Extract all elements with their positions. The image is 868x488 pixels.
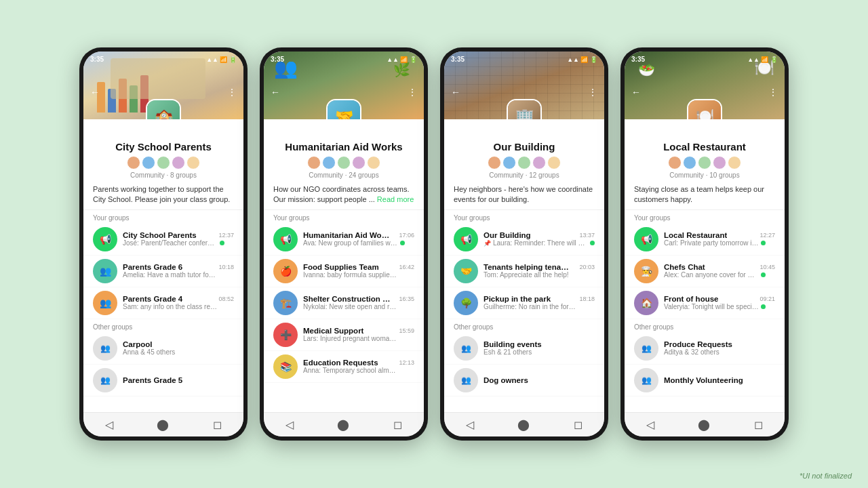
more-button[interactable]: ⋮ bbox=[408, 87, 417, 98]
chat-preview-text: Nykolai: New site open and ready for ... bbox=[303, 303, 398, 310]
chat-time: 12:37 bbox=[218, 232, 234, 239]
chat-preview-text: Sam: any info on the class recital? bbox=[123, 303, 218, 310]
status-icons: ▲▲ 📶 🔋 bbox=[387, 56, 417, 63]
member-avatars bbox=[444, 156, 604, 169]
chat-time: 09:21 bbox=[760, 296, 775, 302]
chat-info: Food Supplies Team 16:42 Ivanna: baby fo… bbox=[303, 263, 414, 279]
chat-item[interactable]: 👥 Dog owners bbox=[444, 365, 604, 396]
chat-avatar: 🏠 bbox=[634, 291, 658, 315]
chat-item[interactable]: 🍎 Food Supplies Team 16:42 Ivanna: baby … bbox=[264, 256, 424, 287]
chat-info: Education Requests 12:13 Anna: Temporary… bbox=[303, 359, 414, 374]
chat-item[interactable]: 👥 Carpool Anna & 45 others bbox=[83, 333, 243, 365]
home-nav-button[interactable]: ⬤ bbox=[337, 418, 349, 431]
back-nav-button[interactable]: ◁ bbox=[646, 418, 654, 431]
read-more-link[interactable]: Read more bbox=[377, 195, 414, 203]
community-meta: Community · 8 groups bbox=[83, 171, 243, 179]
status-bar: 3:35 ▲▲ 📶 🔋 bbox=[271, 56, 417, 63]
community-meta: Community · 24 groups bbox=[264, 171, 424, 179]
more-button[interactable]: ⋮ bbox=[768, 87, 778, 98]
chat-item[interactable]: 📢 Our Building 13:37 📌 Laura: Reminder: … bbox=[444, 224, 604, 256]
chat-name: Parents Grade 6 bbox=[123, 263, 182, 271]
chat-time: 15:59 bbox=[399, 327, 414, 334]
chat-info: Parents Grade 4 08:52 Sam: any info on t… bbox=[123, 295, 234, 310]
chat-item[interactable]: 👥 Building events Esh & 21 others bbox=[444, 333, 604, 365]
chat-preview-text: Lars: Injured pregnant woman in need ... bbox=[303, 335, 398, 342]
chat-item[interactable]: 📢 Local Restaurant 12:27 Carl: Private p… bbox=[625, 224, 785, 256]
chat-preview-text: Ivanna: baby formula supplies running ..… bbox=[303, 271, 398, 279]
member-avatars bbox=[264, 156, 424, 169]
back-button[interactable]: ← bbox=[451, 87, 460, 98]
community-description: Staying close as a team helps keep our c… bbox=[625, 179, 785, 210]
chat-item[interactable]: 📚 Education Requests 12:13 Anna: Tempora… bbox=[264, 351, 424, 383]
chat-name: Shelter Construction Team bbox=[303, 295, 391, 303]
chat-item[interactable]: 👥 Parents Grade 4 08:52 Sam: any info on… bbox=[83, 287, 243, 319]
chat-name: Monthly Volunteering bbox=[664, 376, 743, 384]
chat-preview-text: Alex: Can anyone cover for me? bbox=[664, 271, 759, 279]
recent-nav-button[interactable]: ◻ bbox=[213, 418, 222, 431]
back-nav-button[interactable]: ◁ bbox=[285, 418, 294, 431]
back-button[interactable]: ← bbox=[631, 87, 641, 98]
back-button[interactable]: ← bbox=[271, 87, 280, 98]
other-groups-label: Other groups bbox=[444, 319, 604, 333]
back-nav-button[interactable]: ◁ bbox=[105, 418, 113, 431]
chat-avatar: 📢 bbox=[273, 227, 298, 251]
chat-item[interactable]: 🌳 Pickup in the park 18:18 Guilherme: No… bbox=[444, 287, 604, 319]
home-nav-button[interactable]: ⬤ bbox=[517, 418, 530, 431]
chat-info: Monthly Volunteering bbox=[664, 376, 775, 384]
back-nav-button[interactable]: ◁ bbox=[466, 418, 474, 431]
other-groups-label: Other groups bbox=[625, 319, 785, 333]
chat-info: Our Building 13:37 📌 Laura: Reminder: Th… bbox=[484, 231, 595, 247]
chat-avatar: 📢 bbox=[634, 227, 658, 251]
chat-item[interactable]: 👥 Produce Requests Aditya & 32 others bbox=[625, 333, 785, 365]
chat-item[interactable]: 📢 Humanitarian Aid Works 17:06 Ava: New … bbox=[264, 224, 424, 256]
status-bar: 3:35 ▲▲ 📶 🔋 bbox=[631, 56, 778, 63]
more-button[interactable]: ⋮ bbox=[227, 87, 237, 98]
recent-nav-button[interactable]: ◻ bbox=[754, 418, 763, 431]
other-group-avatar: 👥 bbox=[634, 336, 658, 361]
chat-info: Parents Grade 5 bbox=[123, 376, 234, 384]
chat-preview-text: José: Parent/Teacher conferences ... bbox=[123, 239, 218, 247]
chat-item[interactable]: 👥 Parents Grade 5 bbox=[83, 365, 243, 396]
your-groups-label: Your groups bbox=[83, 210, 243, 224]
chat-item[interactable]: 📢 City School Parents 12:37 José: Parent… bbox=[83, 224, 243, 256]
chat-info: Produce Requests Aditya & 32 others bbox=[664, 340, 775, 356]
phone-screen: 3:35 ▲▲ 📶 🔋 ← ⋮ 🏫 City School Parents Co… bbox=[83, 52, 243, 436]
chat-item[interactable]: 👥 Parents Grade 6 10:18 Amelia: Have a m… bbox=[83, 256, 243, 287]
phone-phone-humanitarian: 👥 🌿 3:35 ▲▲ 📶 🔋 ← ⋮ 🤝 Humanitarian Aid W… bbox=[260, 47, 428, 441]
chat-item[interactable]: 🏠 Front of house 09:21 Valeryia: Tonight… bbox=[625, 287, 785, 319]
phone-content: City School Parents Community · 8 groups… bbox=[83, 119, 243, 412]
chat-info: Local Restaurant 12:27 Carl: Private par… bbox=[664, 231, 775, 247]
community-icon: 🍽️ bbox=[687, 99, 722, 119]
recent-nav-button[interactable]: ◻ bbox=[393, 418, 402, 431]
chat-name: Pickup in the park bbox=[484, 295, 551, 303]
chat-item[interactable]: 🏗️ Shelter Construction Team 16:35 Nykol… bbox=[264, 287, 424, 319]
community-meta: Community · 12 groups bbox=[444, 171, 604, 179]
chat-info: City School Parents 12:37 José: Parent/T… bbox=[123, 231, 234, 247]
chat-item[interactable]: 👨‍🍳 Chefs Chat 10:45 Alex: Can anyone co… bbox=[625, 256, 785, 287]
chat-preview-text: Anna & 45 others bbox=[123, 348, 175, 356]
chat-item[interactable]: ➕ Medical Support 15:59 Lars: Injured pr… bbox=[264, 319, 424, 351]
chat-name: Food Supplies Team bbox=[303, 263, 379, 271]
recent-nav-button[interactable]: ◻ bbox=[574, 418, 583, 431]
chat-item[interactable]: 👥 Monthly Volunteering bbox=[625, 365, 785, 396]
chat-info: Humanitarian Aid Works 17:06 Ava: New gr… bbox=[303, 231, 414, 247]
home-nav-button[interactable]: ⬤ bbox=[698, 418, 710, 431]
community-description: Hey neighbors - here's how we coordinate… bbox=[444, 179, 604, 210]
online-dot bbox=[590, 241, 595, 245]
chat-item[interactable]: 🤝 Tenants helping tenants 20:03 Tom: App… bbox=[444, 256, 604, 287]
phone-content: Our Building Community · 12 groups Hey n… bbox=[444, 119, 604, 412]
back-button[interactable]: ← bbox=[90, 87, 100, 98]
chat-time: 16:42 bbox=[399, 264, 414, 270]
chat-info: Medical Support 15:59 Lars: Injured preg… bbox=[303, 327, 414, 342]
chat-name: Chefs Chat bbox=[664, 263, 705, 271]
home-nav-button[interactable]: ⬤ bbox=[157, 418, 169, 431]
chat-time: 10:45 bbox=[760, 264, 775, 270]
chat-name: Dog owners bbox=[484, 376, 528, 384]
more-button[interactable]: ⋮ bbox=[588, 87, 597, 98]
pin-icon: 📌 bbox=[484, 240, 491, 247]
chat-info: Chefs Chat 10:45 Alex: Can anyone cover … bbox=[664, 263, 775, 279]
phone-phone-restaurant: 🍽️ 🥗 3:35 ▲▲ 📶 🔋 ← ⋮ 🍽️ Local Restaurant bbox=[620, 47, 789, 441]
status-bar: 3:35 ▲▲ 📶 🔋 bbox=[451, 56, 597, 63]
status-icons: ▲▲ 📶 🔋 bbox=[567, 56, 597, 63]
phone-header-image: 3:35 ▲▲ 📶 🔋 ← ⋮ 🏫 bbox=[83, 52, 243, 119]
